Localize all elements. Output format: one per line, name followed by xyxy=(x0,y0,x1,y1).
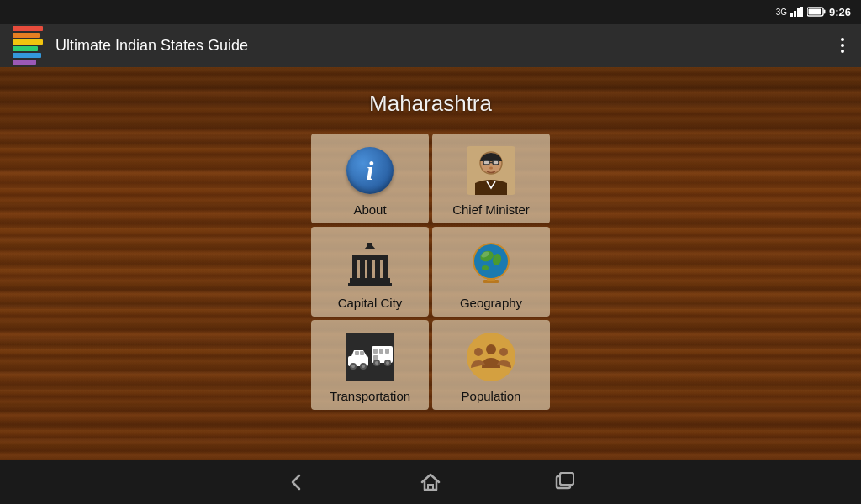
time-display: 9:26 xyxy=(829,6,851,18)
menu-grid: i About xyxy=(311,134,550,410)
chief-minister-icon-container xyxy=(464,144,518,197)
nav-bar xyxy=(0,460,861,504)
recents-icon xyxy=(553,470,577,494)
svg-point-48 xyxy=(467,333,515,381)
menu-item-geography[interactable]: Geography xyxy=(432,227,550,317)
page-title: Maharashtra xyxy=(369,91,492,117)
svg-rect-2 xyxy=(797,8,800,17)
about-icon-container: i xyxy=(343,144,397,197)
svg-point-12 xyxy=(489,167,493,170)
info-icon: i xyxy=(346,147,394,194)
svg-rect-34 xyxy=(360,351,364,355)
svg-point-38 xyxy=(362,365,365,368)
svg-rect-52 xyxy=(428,485,433,490)
status-bar: 3G 9:26 xyxy=(0,0,861,24)
svg-rect-0 xyxy=(790,13,793,17)
app-bar: Ultimate Indian States Guide xyxy=(0,24,861,67)
capital-city-icon-container xyxy=(343,237,397,291)
transportation-label: Transportation xyxy=(330,389,410,403)
signal-icon xyxy=(790,7,804,17)
app-title: Ultimate Indian States Guide xyxy=(55,37,834,55)
home-button[interactable] xyxy=(414,465,447,499)
svg-point-50 xyxy=(474,348,483,356)
svg-rect-3 xyxy=(800,7,803,17)
globe-icon xyxy=(467,239,515,288)
svg-rect-1 xyxy=(794,11,796,17)
svg-point-47 xyxy=(386,361,389,365)
svg-rect-21 xyxy=(350,278,390,283)
back-icon xyxy=(284,470,308,494)
svg-point-49 xyxy=(486,344,496,354)
svg-rect-19 xyxy=(375,260,380,278)
svg-rect-10 xyxy=(493,160,499,165)
svg-point-36 xyxy=(351,365,355,368)
svg-rect-22 xyxy=(348,283,392,286)
svg-rect-16 xyxy=(352,260,357,278)
back-button[interactable] xyxy=(279,465,313,499)
population-icon xyxy=(467,333,515,381)
app-logo xyxy=(10,28,45,63)
main-content: Maharashtra i About xyxy=(0,67,861,460)
svg-rect-41 xyxy=(379,349,383,354)
building-icon xyxy=(346,239,394,288)
geography-label: Geography xyxy=(460,296,522,310)
svg-point-26 xyxy=(474,244,508,278)
svg-point-51 xyxy=(499,348,508,356)
chief-minister-icon xyxy=(467,146,515,195)
chief-minister-label: Chief Minister xyxy=(452,202,530,217)
svg-rect-54 xyxy=(560,473,573,485)
home-icon xyxy=(419,470,442,494)
svg-rect-42 xyxy=(385,349,389,354)
svg-rect-20 xyxy=(383,260,388,278)
capital-city-label: Capital City xyxy=(338,296,403,310)
book-stack-icon xyxy=(13,26,43,65)
svg-rect-18 xyxy=(367,260,372,278)
network-icon: 3G xyxy=(776,8,787,17)
transport-icon xyxy=(346,333,394,381)
menu-item-about[interactable]: i About xyxy=(311,134,429,223)
status-icons: 3G 9:26 xyxy=(776,6,851,18)
geography-icon-container xyxy=(464,237,518,291)
svg-rect-15 xyxy=(352,255,388,260)
svg-rect-9 xyxy=(483,160,489,165)
overflow-menu-button[interactable] xyxy=(834,31,851,60)
population-label: Population xyxy=(462,389,521,403)
svg-rect-6 xyxy=(808,9,821,15)
svg-point-29 xyxy=(482,265,489,270)
svg-rect-40 xyxy=(373,349,378,354)
menu-item-population[interactable]: Population xyxy=(432,320,550,410)
menu-item-transportation[interactable]: Transportation xyxy=(311,320,429,410)
svg-rect-33 xyxy=(355,351,359,355)
svg-rect-5 xyxy=(823,10,825,14)
battery-icon xyxy=(807,7,826,17)
svg-point-45 xyxy=(375,361,378,365)
about-label: About xyxy=(353,202,386,217)
recents-button[interactable] xyxy=(548,465,582,499)
menu-item-chief-minister[interactable]: Chief Minister xyxy=(432,134,550,223)
population-icon-container xyxy=(464,330,518,384)
transportation-icon-container xyxy=(343,330,397,384)
menu-item-capital-city[interactable]: Capital City xyxy=(311,227,429,317)
svg-rect-17 xyxy=(360,260,365,278)
